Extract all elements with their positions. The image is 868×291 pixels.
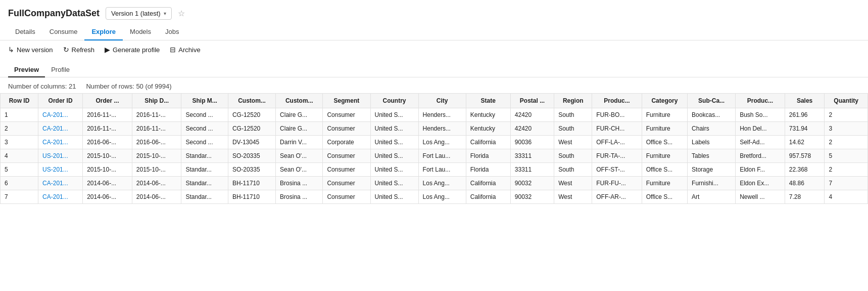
col-ship-date: Ship D... xyxy=(132,94,181,108)
table-cell: Kentucky xyxy=(466,122,510,136)
table-cell: 33311 xyxy=(510,149,554,163)
table-cell: West xyxy=(554,136,592,149)
table-cell: Corporate xyxy=(323,136,370,149)
table-cell: West xyxy=(554,177,592,190)
table-cell: 957.578 xyxy=(785,149,825,163)
table-cell: Bush So... xyxy=(736,108,785,122)
table-row: 5US-201...2015-10-...2015-10-...Standar.… xyxy=(1,163,868,177)
data-table-container[interactable]: Row ID Order ID Order ... Ship D... Ship… xyxy=(0,93,868,204)
table-cell: CA-201... xyxy=(38,136,83,149)
table-cell: 2016-11-... xyxy=(83,108,132,122)
table-cell: Furniture xyxy=(642,149,687,163)
header: FullCompanyDataSet Version 1 (latest) ▾ … xyxy=(0,0,868,24)
table-body: 1CA-201...2016-11-...2016-11-...Second .… xyxy=(1,108,868,204)
table-cell: 2 xyxy=(825,136,868,149)
table-cell: 42420 xyxy=(510,108,554,122)
table-cell: 2015-10-... xyxy=(83,163,132,177)
table-cell: CA-201... xyxy=(38,122,83,136)
table-cell: 2 xyxy=(825,108,868,122)
new-version-icon: ↳ xyxy=(8,46,14,54)
table-cell: Bookcas... xyxy=(688,108,736,122)
table-cell: CA-201... xyxy=(38,108,83,122)
table-cell: 2014-06-... xyxy=(83,177,132,190)
table-cell: US-201... xyxy=(38,163,83,177)
table-cell: Henders... xyxy=(418,108,466,122)
table-cell: Darrin V... xyxy=(276,136,323,149)
table-cell: United S... xyxy=(370,108,418,122)
archive-button[interactable]: ⊟ Archive xyxy=(170,46,200,54)
tab-consume[interactable]: Consume xyxy=(42,24,85,40)
table-cell: California xyxy=(466,177,510,190)
toolbar: ↳ New version ↻ Refresh ▶ Generate profi… xyxy=(0,40,868,59)
table-cell: United S... xyxy=(370,190,418,204)
table-row: 1CA-201...2016-11-...2016-11-...Second .… xyxy=(1,108,868,122)
tab-models[interactable]: Models xyxy=(123,24,158,40)
table-cell: FUR-CH... xyxy=(592,122,642,136)
tab-jobs[interactable]: Jobs xyxy=(158,24,186,40)
new-version-button[interactable]: ↳ New version xyxy=(8,46,53,54)
table-cell: Brosina ... xyxy=(276,190,323,204)
version-label: Version 1 (latest) xyxy=(111,10,161,17)
col-product-name: Produc... xyxy=(736,94,785,108)
table-cell: SO-20335 xyxy=(228,163,275,177)
stats-bar: Number of columns: 21 Number of rows: 50… xyxy=(0,77,868,93)
col-customer-id: Custom... xyxy=(228,94,275,108)
table-cell: FUR-TA-... xyxy=(592,149,642,163)
table-cell: 5 xyxy=(1,163,38,177)
table-cell: Los Ang... xyxy=(418,190,466,204)
version-selector[interactable]: Version 1 (latest) ▾ xyxy=(106,7,172,20)
table-cell: United S... xyxy=(370,177,418,190)
table-cell: DV-13045 xyxy=(228,136,275,149)
table-cell: Furniture xyxy=(642,108,687,122)
table-cell: 6 xyxy=(1,177,38,190)
data-table: Row ID Order ID Order ... Ship D... Ship… xyxy=(0,93,868,204)
table-cell: CA-201... xyxy=(38,190,83,204)
table-cell: 4 xyxy=(825,190,868,204)
table-cell: South xyxy=(554,122,592,136)
table-cell: 14.62 xyxy=(785,136,825,149)
table-cell: Claire G... xyxy=(276,108,323,122)
table-cell: 22.368 xyxy=(785,163,825,177)
table-cell: United S... xyxy=(370,122,418,136)
table-cell: FUR-FU-... xyxy=(592,177,642,190)
table-cell: Furnishi... xyxy=(688,177,736,190)
table-cell: Office S... xyxy=(642,163,687,177)
column-count: Number of columns: 21 xyxy=(8,82,76,90)
table-cell: West xyxy=(554,190,592,204)
table-cell: 5 xyxy=(825,149,868,163)
col-customer-name: Custom... xyxy=(276,94,323,108)
table-cell: Self-Ad... xyxy=(736,136,785,149)
table-cell: Los Ang... xyxy=(418,177,466,190)
nav-tabs: Details Consume Explore Models Jobs xyxy=(0,24,868,40)
tab-preview[interactable]: Preview xyxy=(8,63,45,77)
table-cell: 3 xyxy=(1,136,38,149)
new-version-label: New version xyxy=(17,46,53,54)
table-cell: United S... xyxy=(370,149,418,163)
generate-profile-icon: ▶ xyxy=(105,46,110,54)
table-cell: Consumer xyxy=(323,177,370,190)
refresh-button[interactable]: ↻ Refresh xyxy=(63,46,95,54)
table-cell: 2014-06-... xyxy=(132,190,181,204)
table-cell: CG-12520 xyxy=(228,108,275,122)
refresh-label: Refresh xyxy=(72,46,95,54)
tab-details[interactable]: Details xyxy=(8,24,42,40)
table-cell: Standar... xyxy=(181,163,228,177)
table-cell: Second ... xyxy=(181,136,228,149)
col-country: Country xyxy=(370,94,418,108)
tab-explore[interactable]: Explore xyxy=(84,24,123,40)
table-cell: Newell ... xyxy=(736,190,785,204)
table-cell: Tables xyxy=(688,149,736,163)
table-cell: 42420 xyxy=(510,122,554,136)
table-cell: 2014-06-... xyxy=(83,190,132,204)
table-cell: BH-11710 xyxy=(228,190,275,204)
favorite-icon[interactable]: ☆ xyxy=(178,9,185,18)
table-header-row: Row ID Order ID Order ... Ship D... Ship… xyxy=(1,94,868,108)
tab-profile[interactable]: Profile xyxy=(45,63,76,77)
table-cell: Standar... xyxy=(181,190,228,204)
col-order-id: Order ID xyxy=(38,94,83,108)
table-cell: Eldon F... xyxy=(736,163,785,177)
table-cell: Brosina ... xyxy=(276,177,323,190)
table-cell: 48.86 xyxy=(785,177,825,190)
generate-profile-button[interactable]: ▶ Generate profile xyxy=(105,46,160,54)
col-subcategory: Sub-Ca... xyxy=(688,94,736,108)
